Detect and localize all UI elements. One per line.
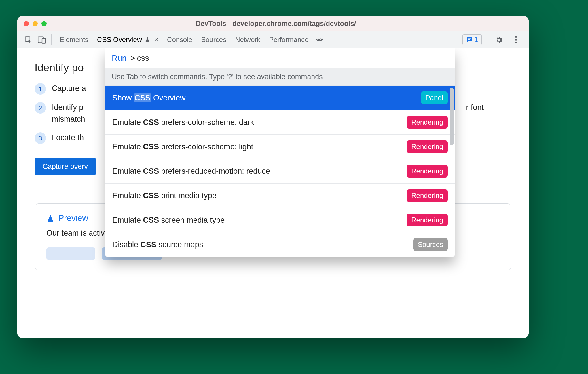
step-number: 2 [35,102,46,114]
svg-point-5 [515,36,517,38]
kebab-menu-icon[interactable] [509,36,523,43]
close-tab-icon[interactable]: ✕ [153,37,158,43]
command-result-text: Emulate CSS prefers-color-scheme: light [112,142,253,151]
tab-label: Elements [60,36,88,44]
tab-performance[interactable]: Performance [268,31,309,48]
svg-point-6 [515,39,517,41]
command-result-list: Show CSS OverviewPanelEmulate CSS prefer… [105,85,455,257]
command-result-text: Emulate CSS screen media type [112,216,225,225]
command-result-text: Emulate CSS prefers-reduced-motion: redu… [112,167,270,176]
titlebar: DevTools - developer.chrome.com/tags/dev… [17,16,529,31]
step-number: 3 [35,132,46,144]
toggle-device-toolbar-icon[interactable] [35,31,49,48]
issues-count: 1 [474,36,478,44]
inspect-element-icon[interactable] [21,31,35,48]
command-result-tag: Rendering [407,116,448,129]
devtools-tabstrip: ElementsCSS Overview✕ConsoleSourcesNetwo… [17,31,529,48]
command-result-tag: Rendering [407,214,448,226]
command-result-tag: Rendering [407,165,448,178]
command-result-text: Disable CSS source maps [112,240,203,249]
command-result-item[interactable]: Disable CSS source mapsSources [105,232,455,257]
command-result-tag: Sources [413,238,448,251]
tab-console[interactable]: Console [166,31,193,48]
svg-rect-4 [468,39,470,40]
svg-rect-3 [468,38,471,39]
command-input-value: css [137,54,149,63]
preview-label-text: Preview [58,213,88,223]
more-tabs-icon[interactable] [309,31,329,48]
step-text: r font [466,102,484,113]
command-result-tag: Rendering [407,140,448,153]
step-text: mismatch [52,113,85,125]
tab-sources[interactable]: Sources [200,31,227,48]
command-result-tag: Rendering [407,189,448,202]
tab-elements[interactable]: Elements [59,31,89,48]
tab-css-overview[interactable]: CSS Overview✕ [96,31,159,48]
step-text: Identify p [52,102,85,113]
minimize-window-button[interactable] [33,21,38,26]
step-text: Capture a [52,83,86,94]
traffic-lights [24,21,47,26]
flask-icon [46,214,54,223]
run-label: Run [112,54,126,63]
command-result-text: Emulate CSS prefers-color-scheme: dark [112,118,254,127]
window-title: DevTools - developer.chrome.com/tags/dev… [47,20,522,28]
devtools-window: DevTools - developer.chrome.com/tags/dev… [17,16,529,338]
command-result-item[interactable]: Emulate CSS prefers-color-scheme: lightR… [105,134,455,159]
step-text: Locate th [52,132,84,144]
zoom-window-button[interactable] [41,21,47,26]
command-result-text: Emulate CSS print media type [112,191,217,200]
command-prompt-prefix: > [130,54,135,63]
skeleton-pill [46,247,95,260]
chat-icon [466,37,473,43]
tab-label: Network [235,36,260,44]
command-result-item[interactable]: Emulate CSS screen media typeRendering [105,208,455,232]
step-number: 1 [35,83,46,95]
issues-button[interactable]: 1 [462,34,482,45]
svg-rect-2 [42,38,46,43]
tab-network[interactable]: Network [234,31,261,48]
tab-label: Sources [201,36,226,44]
tab-label: Performance [269,36,308,44]
command-result-item[interactable]: Emulate CSS print media typeRendering [105,183,455,208]
command-hint: Use Tab to switch commands. Type '?' to … [105,68,455,85]
panel-body: Identify po 1 Capture a 2 Identify p mis… [17,48,529,338]
scrollbar-thumb[interactable] [450,88,454,145]
command-result-tag: Panel [421,91,448,104]
tab-label: CSS Overview [97,36,142,44]
command-input-row[interactable]: Run >css [105,48,455,68]
command-result-item[interactable]: Show CSS OverviewPanel [105,85,455,110]
command-menu: Run >css Use Tab to switch commands. Typ… [105,48,455,257]
svg-point-7 [515,41,517,43]
settings-gear-icon[interactable] [492,36,506,44]
command-result-item[interactable]: Emulate CSS prefers-reduced-motion: redu… [105,159,455,183]
flask-icon [145,37,150,43]
divider [51,34,52,45]
close-window-button[interactable] [24,21,29,26]
command-result-item[interactable]: Emulate CSS prefers-color-scheme: darkRe… [105,110,455,134]
capture-overview-button[interactable]: Capture overv [35,158,96,175]
input-caret [152,54,152,62]
tab-label: Console [167,36,192,44]
command-result-text: Show CSS Overview [112,94,186,102]
